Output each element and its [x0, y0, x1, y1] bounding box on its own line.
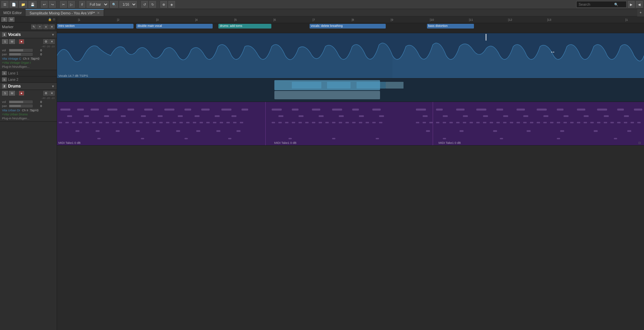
track-2-insert[interactable]: +Vita Urban Drums [2, 113, 28, 116]
vocal-lane-content [57, 78, 644, 102]
resize-cursor[interactable]: ↔ [550, 49, 555, 55]
track-2-pan-slider[interactable] [9, 105, 33, 107]
svg-rect-160 [443, 138, 446, 139]
svg-rect-16 [121, 115, 126, 117]
svg-rect-48 [226, 122, 230, 123]
marker-vocals-del[interactable]: vocals: delete breathing [310, 24, 386, 29]
drums-waveform[interactable]: MIDI Take1 0 dB MIDI Take1 0 dB MIDI Tak… [57, 102, 644, 145]
track-1-s-btn[interactable]: S [2, 39, 8, 44]
marker-edit-btn[interactable]: ✎ [31, 24, 37, 29]
track-1-instrument[interactable]: Vita Vintage C [2, 57, 21, 60]
track-2-vol-slider[interactable] [9, 101, 33, 103]
lane2-clip1[interactable] [274, 91, 380, 99]
toolbar-redo-btn[interactable]: ↪ [49, 1, 56, 8]
track-2-arrow[interactable]: ▼ [51, 85, 55, 88]
lane-1-row: S Lane 1 [0, 70, 57, 76]
global-m-btn[interactable]: M [8, 17, 14, 22]
global-s-btn[interactable]: S [1, 17, 7, 22]
tab-close-btn[interactable]: ✕ [97, 11, 100, 15]
track-1-close-btn[interactable]: ✕ [49, 39, 55, 44]
bar-mode-select[interactable]: Full bar [87, 1, 109, 8]
drums-label-1: MIDI Take1 0 dB [58, 141, 80, 145]
waveform-svg [57, 33, 644, 78]
timeline-8: |8 [352, 18, 354, 21]
toolbar-new-btn[interactable]: 📄 [10, 1, 18, 8]
svg-rect-4 [91, 109, 99, 111]
track-1-vol-slider[interactable] [9, 49, 33, 52]
toolbar-redo2-btn[interactable]: ↻ [149, 1, 156, 8]
track-2-plugin-add[interactable]: Plug-in hinzufügen... [2, 116, 55, 120]
track-1-insert[interactable]: +Vita Vintage Organ I [2, 61, 31, 64]
midi-editor-tab[interactable]: MIDI Editor [0, 9, 25, 16]
svg-rect-121 [476, 122, 480, 123]
marker-intro[interactable]: intro section [57, 24, 133, 29]
vocal-lanes-row [57, 78, 644, 102]
toolbar-extra1-btn[interactable]: ⊕ [160, 1, 167, 8]
track-2-settings-btn[interactable]: ⚙ [43, 91, 49, 96]
track-1-settings-btn[interactable]: ⚙ [43, 39, 49, 44]
svg-rect-61 [292, 109, 299, 111]
track-2-vol-label: vol [2, 100, 8, 104]
svg-rect-56 [176, 130, 180, 132]
svg-rect-101 [423, 115, 428, 117]
svg-rect-163 [614, 138, 617, 139]
svg-rect-2 [60, 109, 70, 111]
lane1-clip5[interactable] [386, 82, 404, 89]
lane-2-row: S Lane 2 [0, 76, 57, 83]
marker-bass[interactable]: bass distortion [427, 24, 474, 29]
track-2-close-btn[interactable]: ✕ [49, 91, 55, 96]
svg-rect-97 [577, 109, 585, 111]
prev-btn[interactable]: ◀ [636, 1, 643, 8]
new-tab-btn[interactable]: + [637, 9, 644, 16]
toolbar-loop-btn[interactable]: ↺ [141, 1, 148, 8]
svg-rect-63 [332, 109, 342, 111]
track-1-pan-slider[interactable] [9, 53, 33, 56]
track-2-s-btn[interactable]: S [2, 91, 8, 96]
main-content: |1 |2 |3 |4 |5 |6 |7 |8 |9 |10 |11 |12 |… [57, 16, 644, 330]
toolbar-menu-btn[interactable]: ☰ [1, 1, 8, 8]
toolbar-grid-btn[interactable]: # [79, 1, 85, 8]
track-2-m-btn[interactable]: M [9, 91, 15, 96]
toolbar-undo-btn[interactable]: ↩ [41, 1, 48, 8]
track-2-instrument[interactable]: Vita Urban Dr [2, 109, 20, 112]
quantize-select[interactable]: 1/16 [119, 1, 137, 8]
toolbar-open-btn[interactable]: 📁 [19, 1, 27, 8]
vocals-waveform[interactable]: ↔ Vocals 14.7 dB TS/PS [57, 33, 644, 78]
svg-rect-145 [637, 122, 641, 123]
track-1-arrow[interactable]: ▼ [51, 33, 55, 37]
search-icon[interactable]: 🔍 [612, 1, 620, 8]
svg-rect-36 [146, 122, 149, 123]
main-tab[interactable]: Samplitude Mixing Demo - You Are.VIP* ✕ [25, 9, 104, 16]
svg-rect-82 [339, 122, 342, 123]
toolbar-save-btn[interactable]: 💾 [29, 1, 37, 8]
lane-1-s-btn[interactable]: S [2, 71, 7, 75]
toolbar-zoom-btn[interactable]: 🔍 [110, 1, 118, 8]
toolbar-select-btn[interactable]: ▷ [68, 1, 75, 8]
marker-double[interactable]: double main vocal [136, 24, 213, 29]
svg-rect-124 [496, 122, 500, 123]
track-1-m-btn[interactable]: M [9, 39, 15, 44]
svg-rect-25 [72, 122, 75, 123]
lane-2-s-btn[interactable]: S [2, 77, 7, 81]
svg-rect-60 [272, 109, 282, 111]
marker-drums[interactable]: drums: add toms [218, 24, 271, 29]
toolbar-cut-btn[interactable]: ✂ [60, 1, 67, 8]
marker-list-btn[interactable]: ≡ [43, 24, 49, 29]
svg-rect-49 [233, 122, 236, 123]
track-1-plugin-add[interactable]: Plug-in hinzufügen... [2, 65, 55, 69]
play-btn[interactable]: ▶ [628, 1, 635, 8]
svg-rect-85 [359, 122, 362, 123]
toolbar-extra2-btn[interactable]: ◈ [168, 1, 175, 8]
track-1-rec-btn[interactable]: ● [19, 39, 24, 44]
marker-add-btn[interactable]: + [37, 24, 43, 29]
track-2-rec-btn[interactable]: ● [19, 91, 24, 96]
svg-rect-162 [557, 138, 560, 139]
svg-rect-98 [597, 109, 607, 111]
marker-close-btn[interactable]: ✕ [49, 24, 55, 29]
track-1-vol-label: vol [2, 49, 8, 52]
lane1-clip3[interactable] [327, 82, 351, 89]
svg-rect-68 [319, 115, 324, 117]
lane1-clip2[interactable] [292, 82, 321, 89]
lane1-clip4[interactable] [357, 82, 386, 89]
svg-rect-33 [126, 122, 129, 123]
